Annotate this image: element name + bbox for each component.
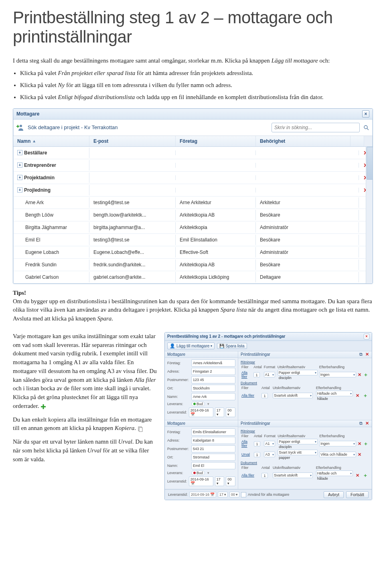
add-row-icon[interactable]: ＋ bbox=[363, 441, 368, 446]
close-icon[interactable]: × bbox=[364, 334, 369, 339]
field-value[interactable]: Emils Elinstallationer bbox=[191, 428, 235, 436]
finish-select[interactable]: Vikta och hålade bbox=[319, 452, 356, 457]
remove-row-icon[interactable]: ✕ bbox=[358, 441, 361, 446]
files-link[interactable]: Alla filer bbox=[241, 473, 254, 477]
remove-icon[interactable]: ✕ bbox=[365, 352, 369, 357]
field-value[interactable]: Kabelgatan 8 bbox=[191, 437, 235, 444]
search-icon[interactable] bbox=[363, 124, 369, 131]
chevron-down-icon[interactable]: ▾ bbox=[207, 402, 209, 406]
field-value[interactable]: 123 45 bbox=[191, 376, 235, 383]
continue-button[interactable]: Fortsätt bbox=[346, 491, 369, 498]
qty-input[interactable]: 1 bbox=[254, 452, 260, 457]
delivery-badge[interactable]: Bud bbox=[191, 470, 205, 475]
expand-icon[interactable]: + bbox=[17, 150, 22, 155]
column-header-role[interactable]: Behörighet bbox=[256, 136, 351, 146]
add-recipient-button[interactable]: 👤 Lägg till mottagare ▾ bbox=[167, 343, 215, 349]
printalt-select[interactable]: Svart tryck vitt papper bbox=[278, 450, 318, 455]
table-row[interactable]: Eugene LobachEugene.Lobach@effe...Effect… bbox=[13, 246, 373, 259]
qty-input[interactable]: 1 bbox=[254, 441, 260, 446]
files-link[interactable]: Urval bbox=[241, 452, 250, 456]
field-label: Postnummer: bbox=[167, 447, 190, 451]
remove-row-icon[interactable]: ✕ bbox=[356, 473, 359, 478]
add-row-icon[interactable]: ＋ bbox=[363, 472, 368, 478]
remove-row-icon[interactable]: ✕ bbox=[356, 393, 359, 398]
format-select[interactable]: A1 bbox=[264, 372, 275, 377]
add-user-icon[interactable] bbox=[16, 124, 24, 132]
expand-icon[interactable]: + bbox=[17, 187, 22, 193]
date-input[interactable]: 2014-09-16 📅 bbox=[189, 408, 213, 417]
column-header-email[interactable]: E-post bbox=[89, 136, 176, 146]
format-select[interactable]: A3 bbox=[264, 452, 275, 457]
cancel-button[interactable]: Avbryt bbox=[324, 491, 344, 498]
apply-all-checkbox[interactable] bbox=[241, 492, 246, 497]
finish-select[interactable]: Ingen bbox=[319, 441, 356, 446]
finish-select[interactable]: Ingen bbox=[319, 372, 356, 377]
field-value[interactable]: 543 21 bbox=[191, 445, 235, 452]
field-value[interactable]: Emil El bbox=[191, 462, 235, 469]
settings-row: Alla filer1A1Papper enligt disciplinInge… bbox=[241, 369, 369, 380]
add-row-icon[interactable]: ＋ bbox=[363, 372, 368, 377]
printalt-select[interactable]: Svartvit utskrift bbox=[273, 472, 313, 478]
printalt-select[interactable]: Papper enligt disciplin bbox=[278, 439, 318, 444]
printalt-select[interactable]: Svartvit utskrift bbox=[273, 393, 313, 398]
table-group-row[interactable]: +Beställare✕ bbox=[13, 147, 373, 159]
field-value[interactable]: Arne Ark bbox=[191, 393, 235, 400]
date-input[interactable]: 2014-09-16 📅 bbox=[189, 476, 213, 486]
search-input[interactable] bbox=[274, 124, 347, 131]
expand-icon[interactable]: + bbox=[17, 175, 22, 180]
field-value[interactable]: Arnes Arkitektervå bbox=[191, 359, 235, 367]
group-name: Projektadmin bbox=[24, 175, 55, 180]
table-group-row[interactable]: +Projledning✕ bbox=[13, 184, 373, 197]
qty-input[interactable]: 1 bbox=[261, 393, 268, 398]
section-subhead: Ritningar bbox=[241, 429, 369, 433]
table-row[interactable]: Arne Arktesting4@test.seArne ArkitekturA… bbox=[13, 197, 373, 209]
row-company: Arne Arkitektur bbox=[176, 197, 256, 208]
table-row[interactable]: Bength Lööwbength.loow@arkitektk...Arkit… bbox=[13, 209, 373, 221]
copy-icon[interactable]: ⧉ bbox=[359, 352, 363, 357]
column-header-name[interactable]: Namn ▲ bbox=[13, 136, 89, 146]
table-row[interactable]: Gabriel Carlsongabriel.carlson@arkite...… bbox=[13, 271, 373, 284]
row-email: gabriel.carlson@arkite... bbox=[89, 272, 176, 282]
table-row[interactable]: Birgitta Jäghammarbirgitta.jaghammar@a..… bbox=[13, 221, 373, 234]
field-value[interactable]: Finngatan 2 bbox=[191, 368, 235, 375]
field-value[interactable]: Stockholm bbox=[191, 385, 235, 392]
settings-row: Alla filer1Svartvit utskriftHäftade och … bbox=[241, 470, 369, 481]
remove-row-icon[interactable]: ✕ bbox=[358, 372, 361, 377]
copy-icon[interactable]: ⧉ bbox=[359, 421, 363, 426]
remove-icon[interactable]: ✕ bbox=[365, 421, 369, 426]
footer-min[interactable]: 00 ▾ bbox=[229, 492, 239, 497]
min-input[interactable]: 00 ▾ bbox=[226, 408, 235, 417]
remove-row-icon[interactable]: ✕ bbox=[358, 452, 361, 457]
scrollbar-thumb[interactable] bbox=[367, 147, 373, 180]
chevron-down-icon[interactable]: ▾ bbox=[207, 471, 209, 475]
hour-input[interactable]: 17 ▾ bbox=[215, 476, 225, 486]
table-group-row[interactable]: +Projektadmin✕ bbox=[13, 172, 373, 184]
format-select[interactable]: A1 bbox=[264, 441, 275, 446]
svg-rect-6 bbox=[41, 406, 46, 408]
finish-select[interactable]: Häftade och hålade bbox=[316, 470, 353, 476]
save-list-button[interactable]: 💾 Spara lista bbox=[217, 343, 247, 349]
delivery-badge[interactable]: Bud bbox=[191, 401, 205, 406]
qty-input[interactable]: 1 bbox=[261, 473, 268, 478]
field-label: Postnummer: bbox=[167, 378, 190, 382]
table-group-row[interactable]: +Entreprenörer✕ bbox=[13, 159, 373, 172]
min-input[interactable]: 00 ▾ bbox=[226, 476, 235, 486]
qty-input[interactable]: 1 bbox=[253, 372, 260, 377]
table-row[interactable]: Emil Eltesting3@test.seEmil Elinstallati… bbox=[13, 234, 373, 246]
table-row[interactable]: Fredrik Sundinfredrik.sundin@arkitek...A… bbox=[13, 259, 373, 271]
finish-select[interactable]: Häftade och hålade bbox=[316, 391, 353, 396]
column-header-company[interactable]: Företag bbox=[176, 136, 256, 146]
footer-hour[interactable]: 17 ▾ bbox=[218, 492, 228, 497]
files-link[interactable]: Alla filer bbox=[241, 440, 247, 448]
printalt-select[interactable]: Papper enligt disciplin bbox=[278, 370, 318, 375]
hour-input[interactable]: 17 ▾ bbox=[215, 408, 225, 417]
expand-icon[interactable]: + bbox=[17, 162, 22, 168]
files-link[interactable]: Alla filer bbox=[241, 371, 247, 379]
add-row-icon[interactable]: ＋ bbox=[363, 393, 368, 398]
field-label: Leveranstid: bbox=[167, 479, 187, 483]
field-value[interactable]: Strömstad bbox=[191, 454, 235, 461]
close-icon[interactable]: × bbox=[362, 110, 369, 118]
files-link[interactable]: Alla filer bbox=[241, 393, 254, 397]
scrollbar[interactable] bbox=[366, 147, 373, 284]
footer-date[interactable]: 2014-09-16 📅 bbox=[189, 492, 216, 497]
